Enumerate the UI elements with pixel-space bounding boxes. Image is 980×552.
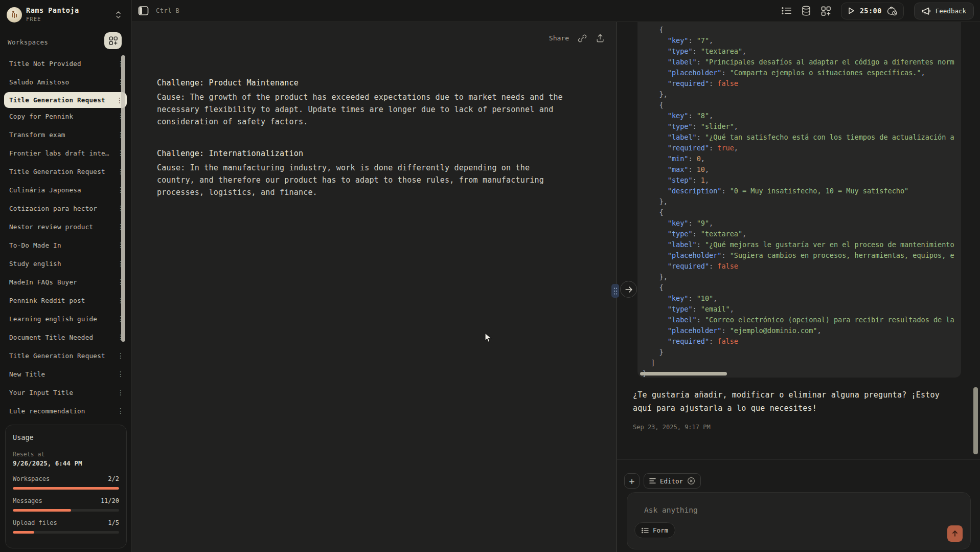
code-line: ]	[643, 358, 961, 368]
meter-label: Messages	[13, 497, 42, 504]
profile-menu[interactable]: Rams Pantoja FREE	[0, 0, 132, 30]
code-line: "required": false	[643, 78, 961, 89]
grid-add-icon	[109, 36, 118, 45]
editor-context-chip[interactable]: Editor	[644, 473, 701, 489]
item-menu-icon[interactable]: ⋮	[117, 370, 125, 378]
form-mode-chip[interactable]: Form	[634, 522, 675, 538]
meter-value: 2/2	[108, 475, 119, 482]
sidebar-item[interactable]: Copy for Pennink⋮	[0, 107, 132, 125]
chat-input[interactable]: Ask anything Form	[627, 492, 971, 549]
chat-pane: { "key": "7", "type": "textarea", "label…	[617, 22, 980, 552]
pomodoro-timer[interactable]: 25:00	[841, 3, 904, 19]
attach-button[interactable]: +	[624, 473, 640, 489]
copy-link-button[interactable]	[578, 34, 587, 43]
code-line: "type": "textarea",	[643, 46, 961, 57]
doc-heading-2: Challenge: Internationalization	[157, 148, 603, 159]
code-line: "placeholder": "ejemplo@dominio.com",	[643, 325, 961, 336]
sidebar-item[interactable]: New Title⋮	[0, 365, 132, 383]
list-icon	[782, 7, 791, 15]
sidebar-item[interactable]: Lule recommendation⋮	[0, 402, 132, 416]
code-line: "key": "10",	[643, 293, 961, 304]
grid-add-icon	[821, 6, 831, 16]
document-pane[interactable]: Share Challenge: Product Maintenance Cau…	[132, 22, 616, 552]
circle-x-icon[interactable]	[687, 477, 695, 485]
sidebar-scrollbar[interactable]	[121, 55, 125, 342]
code-line: "description": "0 = Muy insatisfecho, 10…	[643, 186, 961, 196]
sidebar-item[interactable]: Title Not Provided⋮	[0, 54, 132, 73]
document-editor[interactable]: Challenge: Product Maintenance Cause: Th…	[157, 78, 603, 198]
code-line: "label": "¿Qué mejoras le gustaría ver e…	[643, 239, 961, 250]
meter-fill	[13, 509, 71, 512]
resize-grip[interactable]	[611, 284, 619, 298]
sidebar-item-label: Nestor review product	[9, 223, 117, 231]
sidebar-item[interactable]: Pennink Reddit post⋮	[0, 291, 132, 310]
export-button[interactable]	[596, 33, 605, 43]
sidebar-item-label: Cotizacion para hector	[9, 205, 117, 212]
sidebar-item[interactable]: Title Generation Request⋮	[0, 346, 132, 365]
send-button[interactable]	[947, 525, 963, 542]
assistant-message: ¿Te gustaría añadir, modificar o elimina…	[633, 388, 970, 415]
usage-meter: Messages11/20	[13, 497, 119, 512]
sidebar-item[interactable]: MadeIn FAQs Buyer⋮	[0, 273, 132, 291]
usage-meter: Upload files1/5	[13, 519, 119, 534]
topbar: Ctrl-B 25:00	[132, 0, 980, 22]
sidebar-item[interactable]: Frontier labs draft inte…⋮	[0, 144, 132, 162]
sidebar-item-label: Pennink Reddit post	[9, 297, 117, 304]
code-line: "placeholder": "Comparta ejemplos o situ…	[643, 68, 961, 78]
window-scrollbar[interactable]	[973, 387, 978, 454]
sidebar-item[interactable]: Study english⋮	[0, 254, 132, 273]
database-icon	[802, 6, 811, 16]
code-horizontal-scrollbar[interactable]	[640, 372, 727, 376]
link-icon	[578, 34, 587, 43]
code-block[interactable]: { "key": "7", "type": "textarea", "label…	[637, 22, 961, 378]
apps-grid-button[interactable]	[821, 6, 831, 16]
code-line: "key": "8",	[643, 111, 961, 121]
share-button[interactable]: Share	[549, 34, 569, 42]
chat-input-placeholder: Ask anything	[644, 506, 698, 514]
sidebar-item[interactable]: Document Title Needed⋮	[0, 328, 132, 346]
composer: + Editor Ask anything Form	[617, 459, 980, 552]
code-line: {	[643, 100, 961, 111]
sidebar-toggle-button[interactable]	[138, 6, 149, 16]
sidebar-item-label: Title Generation Request	[9, 96, 116, 104]
sidebar-item[interactable]: Cotizacion para hector⋮	[0, 199, 132, 217]
megaphone-icon	[922, 7, 931, 15]
code-line: "key": "7",	[643, 35, 961, 46]
code-line: "label": "Correo electrónico (opcional) …	[643, 315, 961, 325]
sidebar-item[interactable]: Your Input Title⋮	[0, 383, 132, 402]
chevron-expand-icon[interactable]	[115, 10, 122, 20]
new-workspace-button[interactable]	[104, 32, 122, 49]
sidebar-item-label: Saludo Amistoso	[9, 78, 117, 86]
code-line: {	[643, 207, 961, 218]
upload-icon	[596, 33, 605, 43]
avatar	[7, 7, 22, 23]
feedback-button[interactable]: Feedback	[914, 3, 974, 19]
meter-value: 1/5	[108, 519, 119, 526]
item-menu-icon[interactable]: ⋮	[117, 388, 125, 396]
sidebar-item[interactable]: Saludo Amistoso⋮	[0, 73, 132, 91]
item-menu-icon[interactable]: ⋮	[117, 351, 125, 360]
sidebar-item[interactable]: Title Generation Request⋮	[4, 92, 127, 108]
tomato-timer-icon	[886, 6, 898, 16]
play-icon	[847, 7, 855, 15]
collapse-panel-button[interactable]	[620, 281, 637, 298]
sidebar-item[interactable]: Title Generation Request⋮	[0, 162, 132, 181]
sidebar-item-label: Study english	[9, 260, 117, 268]
sidebar-item[interactable]: Nestor review product⋮	[0, 217, 132, 236]
code-line: "placeholder": "Sugiera cambios en proce…	[643, 250, 961, 261]
code-line: },	[643, 196, 961, 207]
usage-title: Usage	[13, 433, 119, 441]
meter-label: Upload files	[13, 519, 57, 526]
sidebar-item[interactable]: Culinária Japonesa⋮	[0, 181, 132, 199]
sidebar-item[interactable]: Transform exam⋮	[0, 125, 132, 144]
task-list-button[interactable]	[782, 7, 791, 15]
item-menu-icon[interactable]: ⋮	[117, 407, 125, 415]
sidebar-item[interactable]: Learning english guide⋮	[0, 310, 132, 328]
sidebar-item[interactable]: To-Do Made In⋮	[0, 236, 132, 254]
meter-fill	[13, 487, 119, 490]
code-line: "min": 0,	[643, 153, 961, 164]
data-sources-button[interactable]	[802, 6, 811, 16]
message-timestamp: Sep 23, 2025, 9:17 PM	[633, 424, 711, 431]
sidebar-shortcut-hint: Ctrl-B	[156, 7, 179, 14]
meter-track	[13, 509, 119, 512]
